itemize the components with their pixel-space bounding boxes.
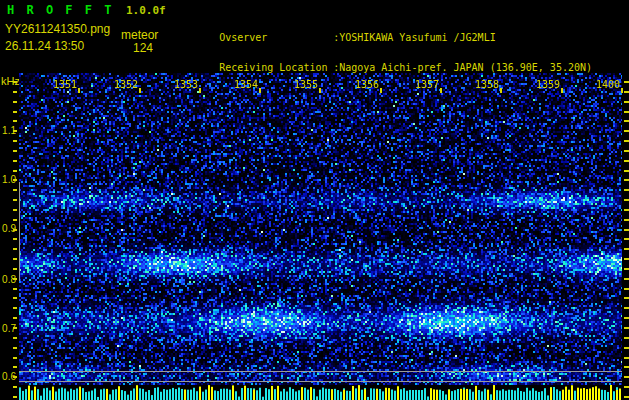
freq-minor-tick-right	[624, 357, 629, 359]
freq-minor-tick-right	[624, 327, 629, 329]
freq-minor-tick-right	[624, 307, 629, 309]
freq-minor-tick-right	[624, 347, 629, 349]
vertical-reference-line	[19, 182, 20, 281]
time-tick-label: 1400	[594, 79, 620, 90]
time-tick	[319, 88, 321, 93]
freq-minor-tick	[13, 307, 17, 309]
freq-minor-tick	[13, 268, 17, 270]
freq-minor-tick-right	[624, 396, 629, 398]
time-tick-label: 1355	[292, 79, 318, 90]
time-tick	[199, 88, 201, 93]
time-tick	[380, 88, 382, 93]
freq-minor-tick	[13, 238, 17, 240]
freq-minor-tick	[13, 248, 17, 250]
freq-minor-tick	[13, 297, 17, 299]
freq-minor-tick	[13, 111, 17, 113]
time-tick-label: 1352	[112, 79, 138, 90]
freq-minor-tick-right	[624, 189, 629, 191]
freq-minor-tick-right	[624, 91, 629, 93]
freq-minor-tick	[13, 357, 17, 359]
freq-minor-tick	[13, 219, 17, 221]
freq-minor-tick	[13, 347, 17, 349]
freq-minor-tick	[13, 366, 17, 368]
freq-minor-tick	[13, 189, 17, 191]
observer-value: :YOSHIKAWA Yasufumi /JG2MLI	[333, 32, 496, 43]
freq-minor-tick	[13, 396, 17, 398]
freq-minor-tick-right	[624, 268, 629, 270]
freq-minor-tick-right	[624, 140, 629, 142]
freq-minor-tick-right	[624, 229, 629, 231]
freq-minor-tick	[13, 229, 17, 231]
time-tick	[621, 88, 623, 93]
freq-minor-tick	[13, 170, 17, 172]
freq-minor-tick-right	[624, 238, 629, 240]
freq-minor-tick	[13, 179, 17, 181]
freq-minor-tick	[13, 120, 17, 122]
freq-minor-tick	[13, 150, 17, 152]
freq-minor-tick-right	[624, 386, 629, 388]
output-filename: YY2611241350.png	[5, 22, 110, 36]
freq-minor-tick-right	[624, 170, 629, 172]
freq-minor-tick-right	[624, 209, 629, 211]
freq-minor-tick-right	[624, 248, 629, 250]
freq-minor-tick-right	[624, 317, 629, 319]
freq-minor-tick-right	[624, 130, 629, 132]
freq-minor-tick-right	[624, 101, 629, 103]
echo-count: 124	[133, 41, 153, 55]
time-tick-label: 1357	[413, 79, 439, 90]
time-tick	[259, 88, 261, 93]
time-tick-label: 1353	[172, 79, 198, 90]
freq-minor-tick-right	[624, 376, 629, 378]
observer-label: Ovserver	[219, 33, 333, 43]
spectrogram-canvas	[19, 73, 622, 385]
time-tick	[500, 88, 502, 93]
time-tick	[440, 88, 442, 93]
time-tick	[78, 88, 80, 93]
freq-minor-tick	[13, 81, 17, 83]
freq-minor-tick	[13, 317, 17, 319]
freq-minor-tick-right	[624, 366, 629, 368]
time-tick-label: 1354	[232, 79, 258, 90]
location-label: Receiving Location	[219, 63, 333, 73]
freq-minor-tick	[13, 337, 17, 339]
freq-minor-tick	[13, 386, 17, 388]
freq-minor-tick	[13, 376, 17, 378]
freq-minor-tick-right	[624, 297, 629, 299]
freq-minor-tick-right	[624, 199, 629, 201]
freq-minor-tick	[13, 209, 17, 211]
freq-minor-tick-right	[624, 278, 629, 280]
freq-minor-tick-right	[624, 179, 629, 181]
freq-axis-unit: kHz	[1, 75, 20, 87]
time-tick-label: 1359	[534, 79, 560, 90]
observer-row: Ovserver:YOSHIKAWA Yasufumi /JG2MLI	[183, 23, 592, 33]
freq-minor-tick-right	[624, 258, 629, 260]
hrofft-window: H R O F F T 1.0.0f YY2611241350.png mete…	[0, 0, 629, 400]
time-tick-label: 1356	[353, 79, 379, 90]
location-value: :Nagoya Aichi-pref. JAPAN (136.90E, 35.2…	[333, 62, 592, 73]
freq-minor-tick-right	[624, 337, 629, 339]
app-version: 1.0.0f	[126, 4, 166, 17]
time-tick	[561, 88, 563, 93]
freq-minor-tick	[13, 288, 17, 290]
freq-minor-tick-right	[624, 160, 629, 162]
time-tick-label: 1358	[473, 79, 499, 90]
freq-minor-tick	[13, 258, 17, 260]
horizontal-reference-line	[19, 371, 622, 372]
location-row: Receiving Location:Nagoya Aichi-pref. JA…	[183, 53, 592, 63]
freq-minor-tick	[13, 101, 17, 103]
freq-minor-tick-right	[624, 288, 629, 290]
app-title: H R O F F T	[7, 3, 114, 17]
freq-minor-tick-right	[624, 219, 629, 221]
freq-minor-tick-right	[624, 111, 629, 113]
freq-minor-tick	[13, 199, 17, 201]
time-tick	[139, 88, 141, 93]
freq-minor-tick	[13, 91, 17, 93]
freq-minor-tick-right	[624, 81, 629, 83]
freq-minor-tick	[13, 140, 17, 142]
freq-minor-tick	[13, 160, 17, 162]
freq-minor-tick	[13, 327, 17, 329]
freq-minor-tick-right	[624, 120, 629, 122]
horizontal-reference-line	[19, 381, 622, 382]
freq-minor-tick	[13, 130, 17, 132]
date-time: 26.11.24 13:50	[5, 39, 84, 53]
